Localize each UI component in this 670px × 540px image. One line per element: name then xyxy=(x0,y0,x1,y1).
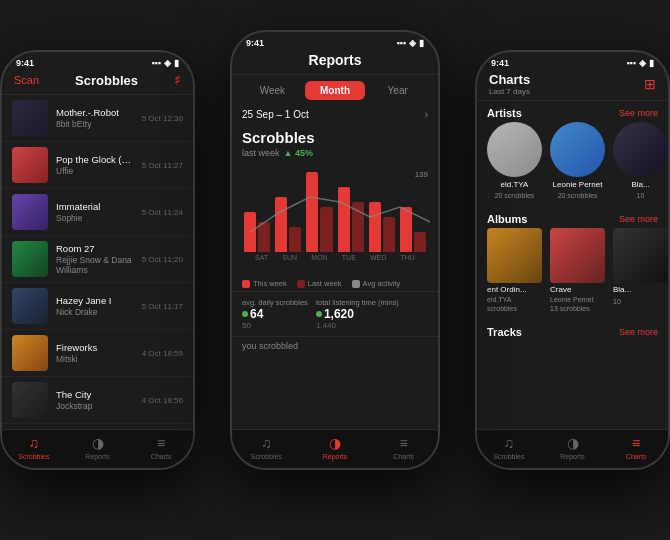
track-name: Pop the Glock (Original... xyxy=(56,154,134,165)
artist-card[interactable]: Bla... 10 xyxy=(613,122,668,199)
charts-nav-label: Charts xyxy=(151,453,172,460)
track-row[interactable]: Immaterial Sophie 5 Oct 11:24 xyxy=(2,189,193,236)
nav-scrobbles-r[interactable]: ♫ Scrobbles xyxy=(477,435,541,460)
center-header: Reports xyxy=(232,50,438,75)
right-screen: 9:41 ▪▪▪ ◈ ▮ Charts Last 7 days ⊞ Artist… xyxy=(477,52,668,468)
nav-charts[interactable]: ≡ Charts xyxy=(129,435,193,460)
track-date: 5 Oct 11:27 xyxy=(142,161,183,170)
nav-scrobbles-c[interactable]: ♫ Scrobbles xyxy=(232,435,301,460)
left-screen: 9:41 ▪▪▪ ◈ ▮ Scan Scrobbles ♯ Mother.-.R… xyxy=(2,52,193,468)
center-phone: 9:41 ▪▪▪ ◈ ▮ Reports Week Month Year 25 … xyxy=(230,30,440,470)
scrobbles-nav-label-c: Scrobbles xyxy=(251,453,282,460)
tab-month[interactable]: Month xyxy=(305,81,366,100)
notch-center xyxy=(295,32,375,52)
legend-dot-current xyxy=(242,280,250,288)
wifi-icon: ◈ xyxy=(164,58,171,68)
track-date: 5 Oct 12:30 xyxy=(142,114,183,123)
artist-name: Bla... xyxy=(631,180,649,189)
album-art xyxy=(550,228,605,283)
charts-nav-icon-c: ≡ xyxy=(400,435,408,451)
nav-scrobbles[interactable]: ♫ Scrobbles xyxy=(2,435,66,460)
nav-charts-r[interactable]: ≡ Charts xyxy=(604,435,668,460)
scrobbles-nav-icon-c: ♫ xyxy=(261,435,272,451)
battery-icon-r: ▮ xyxy=(649,58,654,68)
signal-icon-r: ▪▪▪ xyxy=(626,58,636,68)
tab-week[interactable]: Week xyxy=(242,81,303,100)
tab-year[interactable]: Year xyxy=(367,81,428,100)
track-info: Hazey Jane I Nick Drake xyxy=(56,295,134,317)
stat-avg-label: avg. daily scrobbles xyxy=(242,298,308,307)
right-title-block: Charts Last 7 days xyxy=(489,72,530,96)
nav-charts-c[interactable]: ≡ Charts xyxy=(369,435,438,460)
track-artist: Mitski xyxy=(56,354,134,364)
albums-see-more[interactable]: See more xyxy=(619,214,658,224)
legend-label-current: This week xyxy=(253,279,287,288)
scrobbles-nav-label: Scrobbles xyxy=(18,453,49,460)
nav-reports[interactable]: ◑ Reports xyxy=(66,435,130,460)
artists-scroll: eld.TYA 20 scrobbles Leonie Pernet 20 sc… xyxy=(477,122,668,207)
charts-nav-icon: ≡ xyxy=(157,435,165,451)
nav-reports-c[interactable]: ◑ Reports xyxy=(301,435,370,460)
tracks-section-title: Tracks xyxy=(487,326,522,338)
scrobbles-nav-label-r: Scrobbles xyxy=(493,453,524,460)
track-row[interactable]: Room 27 Rejjie Snow & Dana Williams 5 Oc… xyxy=(2,236,193,283)
artists-see-more[interactable]: See more xyxy=(619,108,658,118)
chart-line-svg xyxy=(240,172,438,252)
track-row[interactable]: Mother.-.Robot 8bit bEtty 5 Oct 12:30 xyxy=(2,95,193,142)
charts-subtitle: Last 7 days xyxy=(489,87,530,96)
album-art xyxy=(487,228,542,283)
x-label-sun: SUN xyxy=(282,254,297,261)
track-info: Pop the Glock (Original... Uffie xyxy=(56,154,134,176)
album-scrobbles: scrobbles xyxy=(487,305,542,312)
scan-button[interactable]: Scan xyxy=(14,74,39,86)
track-row[interactable]: Hazey Jane I Nick Drake 5 Oct 11:17 xyxy=(2,283,193,330)
nav-reports-r[interactable]: ◑ Reports xyxy=(541,435,605,460)
track-artist: Uffie xyxy=(56,166,134,176)
calendar-icon[interactable]: ⊞ xyxy=(644,76,656,92)
track-name: Immaterial xyxy=(56,201,134,212)
album-card[interactable]: ent Ordin... eld.TYA scrobbles xyxy=(487,228,542,312)
track-row[interactable]: Fireworks Mitski 4 Oct 18:59 xyxy=(2,330,193,377)
signal-icon: ▪▪▪ xyxy=(151,58,161,68)
album-scrobbles: 13 scrobbles xyxy=(550,305,605,312)
time-left: 9:41 xyxy=(16,58,34,68)
album-art xyxy=(613,228,668,283)
flame-icon: ♯ xyxy=(174,72,181,88)
album-card[interactable]: Crave Leonie Pernet 13 scrobbles xyxy=(550,228,605,312)
date-range[interactable]: 25 Sep – 1 Oct › xyxy=(232,106,438,125)
legend-last-week: Last week xyxy=(297,279,342,288)
track-name: The City xyxy=(56,389,134,400)
track-thumb xyxy=(12,288,48,324)
x-label-sat: SAT xyxy=(255,254,268,261)
scrobbles-section-title: Scrobbles xyxy=(232,125,438,148)
legend-dot-avg xyxy=(352,280,360,288)
artist-card[interactable]: eld.TYA 20 scrobbles xyxy=(487,122,542,199)
left-phone: 9:41 ▪▪▪ ◈ ▮ Scan Scrobbles ♯ Mother.-.R… xyxy=(0,50,195,470)
artist-card[interactable]: Leonie Pernet 20 scrobbles xyxy=(550,122,605,199)
battery-icon: ▮ xyxy=(174,58,179,68)
reports-nav-icon-r: ◑ xyxy=(567,435,579,451)
artist-scrobbles: 20 scrobbles xyxy=(495,192,535,199)
scrobbles-nav-icon-r: ♫ xyxy=(504,435,515,451)
x-label-mon: MON xyxy=(311,254,327,261)
track-info: The City Jockstrap xyxy=(56,389,134,411)
scrobbles-nav-icon: ♫ xyxy=(29,435,40,451)
you-scrobbled: you scrobbled xyxy=(232,336,438,355)
green-dot-icon xyxy=(242,311,248,317)
track-artist: Jockstrap xyxy=(56,401,134,411)
tracks-see-more[interactable]: See more xyxy=(619,327,658,337)
track-row[interactable]: The City Jockstrap 4 Oct 18:56 xyxy=(2,377,193,424)
track-artist: Sophie xyxy=(56,213,134,223)
charts-nav-label-c: Charts xyxy=(393,453,414,460)
x-label-thu: THU xyxy=(401,254,415,261)
track-row[interactable]: Pop the Glock (Original... Uffie 5 Oct 1… xyxy=(2,142,193,189)
artist-scrobbles: 10 xyxy=(637,192,645,199)
track-date: 5 Oct 11:17 xyxy=(142,302,183,311)
charts-nav-icon-r: ≡ xyxy=(632,435,640,451)
green-dot-icon-2 xyxy=(316,311,322,317)
album-card[interactable]: Bla... 10 xyxy=(613,228,668,312)
track-artist: 8bit bEtty xyxy=(56,119,134,129)
stat-avg-daily: avg. daily scrobbles 64 50 xyxy=(242,298,308,330)
artists-section-title: Artists xyxy=(487,107,522,119)
status-icons-right: ▪▪▪ ◈ ▮ xyxy=(626,58,654,68)
